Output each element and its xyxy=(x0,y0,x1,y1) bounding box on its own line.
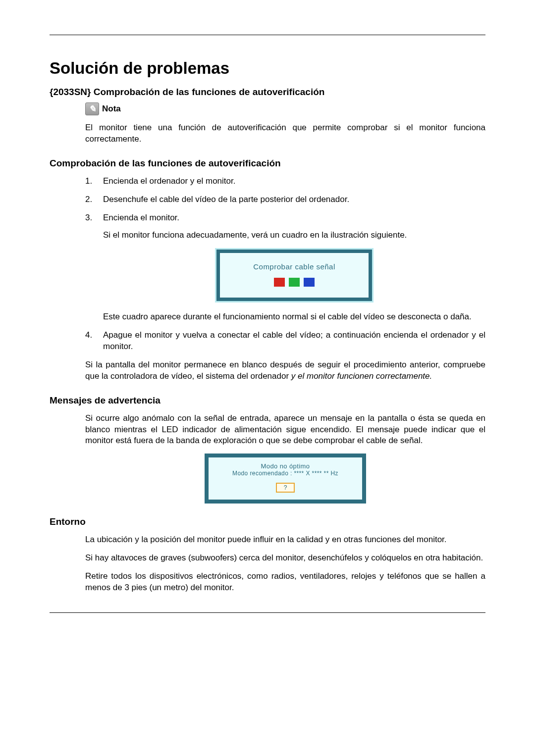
square-green xyxy=(289,278,300,287)
steps-block: Encienda el ordenador y el monitor. Dese… xyxy=(85,176,485,382)
step-3-aftertext: Este cuadro aparece durante el funcionam… xyxy=(103,311,485,323)
entorno-p1: La ubicación y la posición del monitor p… xyxy=(85,534,485,546)
steps-list: Encienda el ordenador y el monitor. Dese… xyxy=(85,176,485,353)
osd2-help-button: ? xyxy=(276,483,295,493)
rgb-squares xyxy=(225,278,364,287)
rule-top xyxy=(50,35,485,35)
mensajes-block: Si ocurre algo anómalo con la señal de e… xyxy=(85,413,485,504)
nota-block: ✎ Nota El monitor tiene una función de a… xyxy=(85,102,485,145)
osd2-container: Modo no óptimo Modo recomendado : **** X… xyxy=(85,454,485,504)
osd-mode-warning: Modo no óptimo Modo recomendado : **** X… xyxy=(205,454,366,504)
osd1-text: Comprobar cable señal xyxy=(225,262,364,272)
nota-label: Nota xyxy=(102,104,121,114)
step-2: Desenchufe el cable del vídeo de la part… xyxy=(85,194,485,205)
note-icon: ✎ xyxy=(85,102,99,115)
step-4: Apague el monitor y vuelva a conectar el… xyxy=(85,330,485,353)
entorno-block: La ubicación y la posición del monitor p… xyxy=(85,534,485,594)
osd2-inner: Modo no óptimo Modo recomendado : **** X… xyxy=(209,457,362,500)
nota-row: ✎ Nota xyxy=(85,102,485,115)
steps-tail: Si la pantalla del monitor permanece en … xyxy=(85,359,485,382)
step-3-text: Encienda el monitor. xyxy=(103,213,179,222)
step-3-subtext: Si el monitor funciona adecuadamente, ve… xyxy=(103,230,485,241)
steps-tail-italic: y el monitor funcionen correctamente. xyxy=(291,371,432,381)
nota-text: El monitor tiene una función de autoveri… xyxy=(85,122,485,145)
heading-entorno: Entorno xyxy=(50,516,485,527)
heading-autoverificacion-model: {2033SN} Comprobación de las funciones d… xyxy=(50,87,485,98)
square-blue xyxy=(304,278,315,287)
heading-mensajes: Mensajes de advertencia xyxy=(50,395,485,406)
osd2-line1: Modo no óptimo xyxy=(213,462,358,470)
page-title: Solución de problemas xyxy=(50,59,485,78)
rule-bottom xyxy=(50,612,485,613)
osd2-line2: Modo recomendado : **** X **** ** Hz xyxy=(213,470,358,477)
square-red xyxy=(274,278,285,287)
heading-autoverificacion: Comprobación de las funciones de autover… xyxy=(50,158,485,169)
step-1: Encienda el ordenador y el monitor. xyxy=(85,176,485,187)
step-3: Encienda el monitor. Si el monitor funci… xyxy=(85,212,485,323)
document-page: Solución de problemas {2033SN} Comprobac… xyxy=(0,0,535,643)
mensajes-text: Si ocurre algo anómalo con la señal de e… xyxy=(85,413,485,447)
osd1-container: Comprobar cable señal xyxy=(103,248,485,302)
entorno-p2: Si hay altavoces de graves (subwoofers) … xyxy=(85,553,485,564)
osd-check-signal: Comprobar cable señal xyxy=(215,248,374,302)
osd1-inner: Comprobar cable señal xyxy=(220,253,369,298)
entorno-p3: Retire todos los dispositivos electrónic… xyxy=(85,571,485,594)
